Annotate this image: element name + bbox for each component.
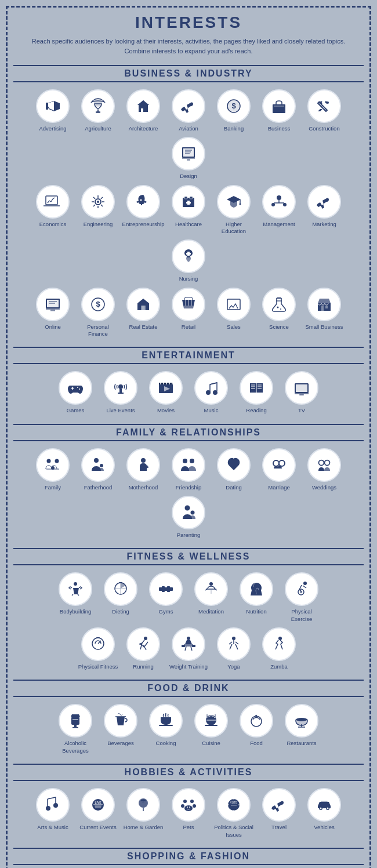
- list-item[interactable]: Small Business: [304, 288, 345, 338]
- section-title-fitness: FITNESS & WELLNESS: [13, 548, 364, 565]
- family-icon: [36, 448, 70, 482]
- list-item[interactable]: Management: [259, 185, 299, 235]
- svg-rect-16: [187, 159, 190, 161]
- list-item[interactable]: Dating: [213, 448, 254, 491]
- list-item[interactable]: Parenting: [168, 496, 209, 539]
- list-item[interactable]: Agriculture: [78, 89, 118, 132]
- list-item[interactable]: Retail: [168, 288, 209, 338]
- list-item[interactable]: Higher Education: [213, 185, 254, 235]
- list-item[interactable]: Cuisine: [191, 704, 231, 754]
- svg-point-147: [46, 806, 50, 811]
- list-item[interactable]: Marketing: [304, 185, 345, 235]
- list-item[interactable]: Cooking: [146, 704, 186, 754]
- list-item[interactable]: LIVE Current Events: [78, 788, 118, 838]
- dating-icon: [217, 448, 251, 482]
- list-item[interactable]: Physical Exercise: [281, 572, 322, 623]
- svg-rect-126: [184, 644, 193, 647]
- list-item[interactable]: Vehicles: [304, 788, 345, 838]
- list-item[interactable]: Dieting: [100, 572, 141, 623]
- list-item[interactable]: Yoga: [213, 627, 254, 670]
- list-item[interactable]: Beverages: [100, 704, 141, 754]
- weddings-icon: [307, 448, 341, 482]
- list-item[interactable]: Pets: [168, 788, 209, 838]
- list-item[interactable]: Marriage: [259, 448, 299, 491]
- list-item[interactable]: Science: [259, 288, 299, 338]
- list-item[interactable]: Entrepreneurship: [123, 185, 164, 235]
- svg-point-72: [77, 387, 78, 388]
- list-item[interactable]: Games: [55, 371, 96, 414]
- agriculture-icon: [81, 89, 115, 123]
- section-fitness: FITNESS & WELLNESS Bodybuilding Dieting: [13, 548, 364, 670]
- live-events-icon: [104, 371, 137, 405]
- list-item[interactable]: Engineering: [78, 185, 118, 235]
- list-item[interactable]: Economics: [32, 185, 73, 235]
- list-item[interactable]: Running: [123, 627, 164, 670]
- physical-fitness-icon: [81, 627, 115, 661]
- list-item[interactable]: Weddings: [304, 448, 345, 491]
- real-estate-icon: [126, 288, 160, 321]
- cooking-icon: [149, 704, 183, 738]
- list-item[interactable]: Alcoholic Beverages: [55, 704, 96, 754]
- list-item[interactable]: Live Events: [100, 371, 141, 414]
- svg-rect-11: [274, 106, 284, 107]
- section-hobbies: HOBBIES & ACTIVITIES Arts & Music LIVE C…: [13, 764, 364, 838]
- list-item[interactable]: Physical Fitness: [78, 627, 118, 670]
- list-item[interactable]: TV: [281, 371, 322, 414]
- list-item[interactable]: Design: [168, 137, 209, 180]
- list-item[interactable]: Family: [32, 448, 73, 491]
- list-item[interactable]: Zumba: [259, 627, 299, 670]
- section-title-business: BUSINESS & INDUSTRY: [13, 65, 364, 82]
- bodybuilding-icon: [59, 572, 92, 606]
- svg-point-104: [319, 460, 324, 465]
- list-item[interactable]: Motherhood: [123, 448, 164, 491]
- list-item[interactable]: Restaurants: [281, 704, 322, 754]
- svg-point-37: [240, 203, 241, 205]
- svg-point-12: [327, 101, 329, 104]
- list-item[interactable]: Business: [259, 89, 299, 132]
- list-item[interactable]: Weight Training: [168, 627, 209, 670]
- list-item[interactable]: Healthcare: [168, 185, 209, 235]
- friendship-icon: [172, 448, 205, 482]
- list-item[interactable]: Travel: [259, 788, 299, 838]
- list-item[interactable]: Nursing: [168, 239, 209, 282]
- list-item[interactable]: Friendship: [168, 448, 209, 491]
- svg-point-96: [94, 458, 99, 463]
- list-item[interactable]: $ Personal Finance: [78, 288, 118, 338]
- business-icon: [262, 89, 296, 123]
- list-item[interactable]: $ Banking: [213, 89, 254, 132]
- restaurants-icon: [285, 704, 318, 738]
- list-item[interactable]: Advertising: [32, 89, 73, 132]
- list-item[interactable]: Meditation: [191, 572, 231, 623]
- list-item[interactable]: Music: [191, 371, 231, 414]
- travel-icon: [262, 788, 296, 822]
- page-title: INTERESTS: [13, 13, 364, 32]
- science-icon: [262, 288, 296, 321]
- list-item[interactable]: Real Estate: [123, 288, 164, 338]
- svg-rect-47: [186, 253, 191, 255]
- banking-icon: $: [217, 89, 251, 123]
- family-row: Family Fatherhood Motherhood: [13, 448, 364, 539]
- list-item[interactable]: Gyms: [146, 572, 186, 623]
- svg-point-156: [183, 800, 187, 803]
- list-item[interactable]: Bodybuilding: [55, 572, 96, 623]
- list-item[interactable]: Home & Garden: [123, 788, 164, 838]
- list-item[interactable]: VOTE Politics & Social Issues: [213, 788, 254, 838]
- svg-point-64: [277, 306, 279, 308]
- marketing-icon: [307, 185, 341, 219]
- list-item[interactable]: Architecture: [123, 89, 164, 132]
- list-item[interactable]: Fatherhood: [78, 448, 118, 491]
- list-item[interactable]: Online: [32, 288, 73, 338]
- list-item[interactable]: Movies: [146, 371, 186, 414]
- list-item[interactable]: Aviation: [168, 89, 209, 132]
- subtitle: Reach specific audiences by looking at t…: [13, 37, 364, 56]
- list-item[interactable]: Construction: [304, 89, 345, 132]
- list-item[interactable]: Nutrition: [236, 572, 277, 623]
- list-item[interactable]: Arts & Music: [32, 788, 73, 838]
- list-item[interactable]: Sales: [213, 288, 254, 338]
- list-item[interactable]: Reading: [236, 371, 277, 414]
- svg-rect-51: [50, 310, 55, 311]
- svg-text:$: $: [96, 300, 100, 308]
- list-item[interactable]: Food: [236, 704, 277, 754]
- svg-point-160: [184, 805, 193, 811]
- svg-point-107: [191, 511, 195, 515]
